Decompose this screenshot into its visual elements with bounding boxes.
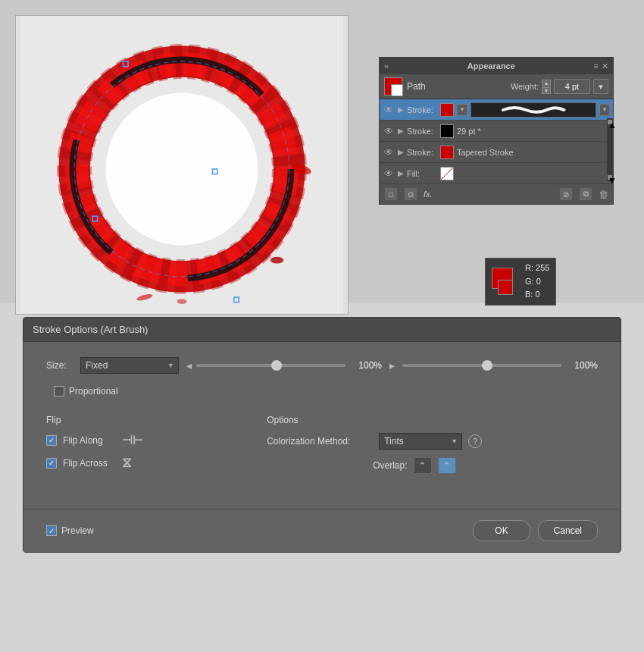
size-select[interactable]: Fixed Proportional bbox=[80, 357, 179, 374]
slider-1-thumb[interactable] bbox=[271, 360, 282, 371]
slider-1-value: 100% bbox=[350, 360, 382, 371]
slider-left-icon: ◂ bbox=[186, 359, 192, 371]
options-title: Options bbox=[267, 415, 598, 425]
dialog-footer: ✓ Preview OK Cancel bbox=[23, 509, 621, 552]
fill-label: Fill: bbox=[407, 169, 437, 178]
size-label: Size: bbox=[46, 360, 73, 371]
color-b-value: B: 0 bbox=[525, 288, 549, 302]
stroke-color-swatch-3[interactable] bbox=[440, 146, 454, 159]
stroke-name-3: Tapered Stroke bbox=[457, 148, 514, 157]
stroke-color-swatch-1[interactable] bbox=[440, 103, 454, 117]
flip-options-row: Flip ✓ Flip Along ⊣⊢ ✓ Flip Across ⧖ Opt… bbox=[46, 415, 598, 478]
panel-menu-button[interactable]: ≡ bbox=[594, 61, 599, 71]
color-g-value: G: 0 bbox=[525, 275, 549, 289]
delete-icon[interactable]: 🗑 bbox=[599, 189, 608, 200]
slider-group-1: ◂ 100% bbox=[186, 359, 382, 371]
dialog-titlebar: Stroke Options (Art Brush) bbox=[23, 318, 621, 342]
flip-across-label: Flip Across bbox=[63, 458, 116, 469]
expand-arrow-2[interactable]: ▶ bbox=[398, 127, 404, 135]
panel-footer: □ ⊙ fx. ⊘ ⧉ 🗑 bbox=[380, 184, 613, 204]
overlap-button-2[interactable]: ⌃ bbox=[438, 457, 456, 474]
flip-along-label: Flip Along bbox=[63, 435, 116, 446]
flip-section: Flip ✓ Flip Along ⊣⊢ ✓ Flip Across ⧖ bbox=[46, 415, 267, 478]
appearance-panel: « Appearance ≡ ✕ Path Weight: ▲ ▼ 4 pt ▼ bbox=[379, 57, 614, 205]
visibility-icon-1[interactable]: 👁 bbox=[383, 104, 395, 116]
weight-up-button[interactable]: ▲ bbox=[542, 80, 551, 86]
fx-button[interactable]: fx. bbox=[424, 190, 433, 199]
stroke-brush-dropdown-1[interactable]: ▼ bbox=[599, 104, 610, 116]
stroke-color-swatch-2[interactable] bbox=[440, 124, 454, 138]
brush-preview-1 bbox=[470, 102, 596, 118]
svg-point-9 bbox=[106, 93, 258, 246]
overlap-label: Overlap: bbox=[373, 460, 407, 471]
color-tooltip: R: 255 G: 0 B: 0 bbox=[485, 258, 556, 306]
new-layer-icon[interactable]: ⊙ bbox=[404, 187, 417, 201]
panel-close-button[interactable]: ✕ bbox=[602, 61, 608, 71]
overlap-row: Overlap: ⌃ ⌃ bbox=[373, 457, 598, 474]
flip-title: Flip bbox=[46, 415, 267, 425]
expand-arrow-1[interactable]: ▶ bbox=[398, 105, 404, 114]
flip-along-item: ✓ Flip Along ⊣⊢ bbox=[46, 433, 267, 447]
slider-2-track[interactable] bbox=[402, 364, 561, 367]
panel-title-text: Appearance bbox=[467, 61, 515, 71]
colorization-select[interactable]: None Tints Tints and Shades Hue Shift bbox=[379, 433, 462, 450]
preview-row: ✓ Preview bbox=[46, 525, 94, 536]
stroke-value-2: 29 pt * bbox=[457, 127, 481, 136]
weight-input[interactable]: 4 pt bbox=[554, 79, 590, 94]
slider-2-thumb[interactable] bbox=[482, 360, 492, 371]
flip-along-icon: ⊣⊢ bbox=[122, 433, 143, 447]
preview-label: Preview bbox=[61, 525, 94, 536]
slider-2-value: 100% bbox=[566, 360, 598, 371]
slider-right-icon: ▸ bbox=[389, 359, 395, 371]
dialog-title: Stroke Options (Art Brush) bbox=[33, 324, 148, 335]
svg-point-6 bbox=[270, 257, 283, 264]
ok-button[interactable]: OK bbox=[473, 520, 530, 541]
canvas-area bbox=[15, 15, 349, 315]
flip-across-checkbox[interactable]: ✓ bbox=[46, 458, 57, 469]
weight-label: Weight: bbox=[511, 82, 539, 91]
cancel-button[interactable]: Cancel bbox=[538, 520, 598, 541]
slider-1-track[interactable] bbox=[196, 364, 345, 367]
expand-arrow-fill[interactable]: ▶ bbox=[398, 169, 404, 177]
stroke-row-3[interactable]: 👁 ▶ Stroke: Tapered Stroke bbox=[380, 142, 613, 163]
fill-row[interactable]: 👁 ▶ Fill: bbox=[380, 163, 613, 184]
new-item-icon[interactable]: □ bbox=[384, 187, 398, 201]
visibility-icon-fill[interactable]: 👁 bbox=[383, 168, 395, 180]
color-r-value: R: 255 bbox=[525, 262, 549, 275]
visibility-icon-2[interactable]: 👁 bbox=[383, 125, 395, 137]
fill-swatch[interactable] bbox=[440, 167, 454, 180]
weight-down-button[interactable]: ▼ bbox=[542, 87, 551, 94]
stop-icon[interactable]: ⊘ bbox=[559, 187, 573, 201]
panel-double-arrow[interactable]: « bbox=[384, 61, 389, 71]
stroke-dropdown-1[interactable]: ▼ bbox=[457, 104, 467, 116]
duplicate-icon[interactable]: ⧉ bbox=[579, 187, 592, 201]
color-swatch-display bbox=[492, 268, 519, 295]
colorization-label: Colorization Method: bbox=[267, 436, 373, 447]
stroke-row-2[interactable]: 👁 ▶ Stroke: 29 pt * bbox=[380, 121, 613, 142]
svg-point-8 bbox=[177, 299, 186, 304]
visibility-icon-3[interactable]: 👁 bbox=[383, 146, 395, 158]
proportional-label: Proportional bbox=[69, 386, 118, 397]
stroke-row-1[interactable]: 👁 ▶ Stroke: ▼ ▼ bbox=[380, 99, 613, 121]
overlap-button-1[interactable]: ⌃ bbox=[414, 457, 432, 474]
weight-dropdown-button[interactable]: ▼ bbox=[593, 79, 608, 94]
stroke-options-dialog: Stroke Options (Art Brush) Size: Fixed P… bbox=[23, 317, 621, 553]
preview-checkbox[interactable]: ✓ bbox=[46, 525, 57, 536]
info-icon[interactable]: ? bbox=[468, 434, 482, 448]
options-section: Options Colorization Method: None Tints … bbox=[267, 415, 598, 478]
slider-group-2: 100% bbox=[402, 360, 598, 371]
expand-arrow-3[interactable]: ▶ bbox=[398, 148, 404, 156]
stroke-label-3: Stroke: bbox=[407, 148, 437, 157]
flip-across-icon: ⧖ bbox=[122, 455, 132, 471]
flip-across-item: ✓ Flip Across ⧖ bbox=[46, 455, 267, 471]
dialog-buttons: OK Cancel bbox=[473, 520, 598, 541]
flip-along-checkbox[interactable]: ✓ bbox=[46, 435, 57, 446]
size-row: Size: Fixed Proportional ◂ 100% ▸ bbox=[46, 357, 598, 374]
colorization-row: Colorization Method: None Tints Tints an… bbox=[267, 433, 598, 450]
path-label: Path bbox=[407, 81, 506, 92]
proportional-row: Proportional bbox=[54, 386, 598, 397]
stroke-label-2: Stroke: bbox=[407, 127, 437, 136]
path-icon bbox=[384, 77, 402, 96]
stroke-label-1: Stroke: bbox=[407, 105, 437, 114]
proportional-checkbox[interactable] bbox=[54, 386, 64, 397]
